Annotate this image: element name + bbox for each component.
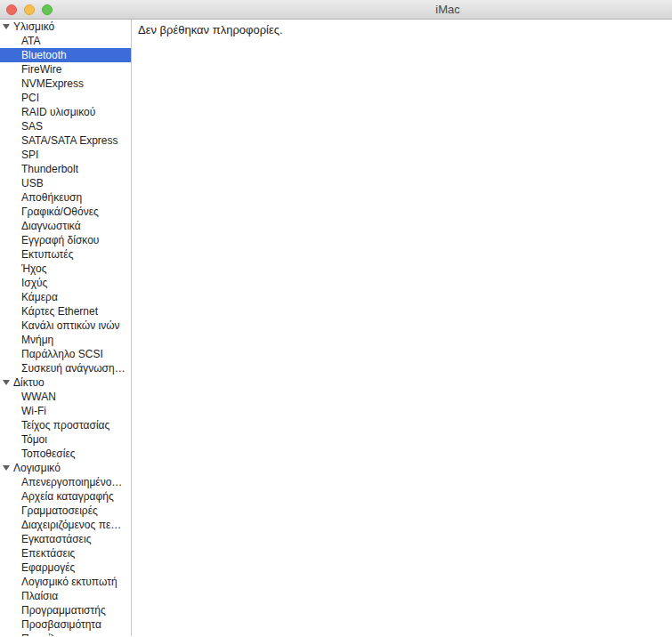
category-sidebar[interactable]: ΥλισμικόATABluetoothFireWireNVMExpressPC…	[0, 20, 132, 636]
close-button[interactable]	[6, 4, 17, 15]
sidebar-item-εφαρμογές[interactable]: Εφαρμογές	[0, 560, 131, 575]
sidebar-item-προγραμματιστής[interactable]: Προγραμματιστής	[0, 603, 131, 617]
sidebar-item-wwan[interactable]: WWAN	[0, 390, 131, 404]
traffic-lights	[6, 4, 53, 15]
sidebar-item-thunderbolt[interactable]: Thunderbolt	[0, 162, 131, 176]
sidebar-item-προφίλ[interactable]: Προφίλ	[0, 632, 131, 636]
sidebar-item-ισχύς[interactable]: Ισχύς	[0, 276, 131, 290]
sidebar-item-γραμματοσειρές[interactable]: Γραμματοσειρές	[0, 504, 131, 518]
sidebar-item-ήχος[interactable]: Ήχος	[0, 262, 131, 276]
sidebar-section-δίκτυο[interactable]: Δίκτυο	[0, 375, 131, 390]
disclosure-triangle-icon[interactable]	[3, 465, 10, 471]
sidebar-item-τόμοι[interactable]: Τόμοι	[0, 432, 131, 447]
sidebar-item-sata-sata-express[interactable]: SATA/SATA Express	[0, 133, 131, 148]
empty-message: Δεν βρέθηκαν πληροφορίες.	[138, 22, 672, 37]
sidebar-section-υλισμικό[interactable]: Υλισμικό	[0, 20, 131, 34]
disclosure-triangle-icon[interactable]	[3, 24, 10, 29]
minimize-button[interactable]	[24, 4, 35, 15]
sidebar-item-πλαίσια[interactable]: Πλαίσια	[0, 589, 131, 603]
sidebar-item-μνήμη[interactable]: Μνήμη	[0, 333, 131, 347]
sidebar-item-wi-fi[interactable]: Wi-Fi	[0, 404, 131, 418]
sidebar-section-λογισμικό[interactable]: Λογισμικό	[0, 461, 131, 475]
sidebar-item-επεκτάσεις[interactable]: Επεκτάσεις	[0, 546, 131, 560]
sidebar-item-παράλληλο-scsi[interactable]: Παράλληλο SCSI	[0, 347, 131, 361]
sidebar-item-εκτυπωτές[interactable]: Εκτυπωτές	[0, 247, 131, 262]
window-title: iMac	[435, 0, 459, 19]
sidebar-item-αποθήκευση[interactable]: Αποθήκευση	[0, 190, 131, 205]
sidebar-item-συσκευή-ανάγνωση[interactable]: Συσκευή ανάγνωση…	[0, 361, 131, 375]
sidebar-item-κανάλι-οπτικών-ινών[interactable]: Κανάλι οπτικών ινών	[0, 318, 131, 333]
window-body: ΥλισμικόATABluetoothFireWireNVMExpressPC…	[0, 20, 672, 636]
sidebar-item-τείχος-προστασίας[interactable]: Τείχος προστασίας	[0, 418, 131, 432]
sidebar-item-bluetooth[interactable]: Bluetooth	[0, 48, 131, 62]
sidebar-item-pci[interactable]: PCI	[0, 91, 131, 105]
sidebar-item-nvmexpress[interactable]: NVMExpress	[0, 77, 131, 91]
sidebar-item-διαχειριζόμενος-πε[interactable]: Διαχειριζόμενος πε…	[0, 518, 131, 532]
sidebar-item-διαγνωστικά[interactable]: Διαγνωστικά	[0, 219, 131, 233]
sidebar-item-λογισμικό-εκτυπωτή[interactable]: Λογισμικό εκτυπωτή	[0, 575, 131, 589]
sidebar-item-απενεργοποιημένο[interactable]: Απενεργοποιημένο…	[0, 475, 131, 489]
sidebar-item-usb[interactable]: USB	[0, 176, 131, 190]
sidebar-item-sas[interactable]: SAS	[0, 119, 131, 133]
sidebar-item-τοποθεσίες[interactable]: Τοποθεσίες	[0, 447, 131, 461]
sidebar-item-κάμερα[interactable]: Κάμερα	[0, 290, 131, 304]
section-label: Υλισμικό	[13, 20, 54, 33]
sidebar-item-αρχεία-καταγραφής[interactable]: Αρχεία καταγραφής	[0, 489, 131, 504]
sidebar-item-κάρτες-ethernet[interactable]: Κάρτες Ethernet	[0, 304, 131, 318]
sidebar-item-προσβασιμότητα[interactable]: Προσβασιμότητα	[0, 617, 131, 632]
content-pane: Δεν βρέθηκαν πληροφορίες.	[132, 20, 672, 636]
sidebar-item-εγγραφή-δίσκου[interactable]: Εγγραφή δίσκου	[0, 233, 131, 247]
zoom-button[interactable]	[42, 4, 53, 15]
system-information-window: iMac ΥλισμικόATABluetoothFireWireNVMExpr…	[0, 0, 672, 637]
section-label: Λογισμικό	[13, 462, 61, 474]
sidebar-item-raid-υλισμικού[interactable]: RAID υλισμικού	[0, 105, 131, 119]
sidebar-item-spi[interactable]: SPI	[0, 148, 131, 162]
sidebar-item-ata[interactable]: ATA	[0, 34, 131, 48]
section-label: Δίκτυο	[13, 376, 45, 389]
sidebar-item-γραφικά-οθόνες[interactable]: Γραφικά/Οθόνες	[0, 205, 131, 219]
sidebar-item-εγκαταστάσεις[interactable]: Εγκαταστάσεις	[0, 532, 131, 546]
titlebar[interactable]: iMac	[0, 0, 672, 20]
sidebar-item-firewire[interactable]: FireWire	[0, 62, 131, 77]
disclosure-triangle-icon[interactable]	[3, 380, 10, 385]
